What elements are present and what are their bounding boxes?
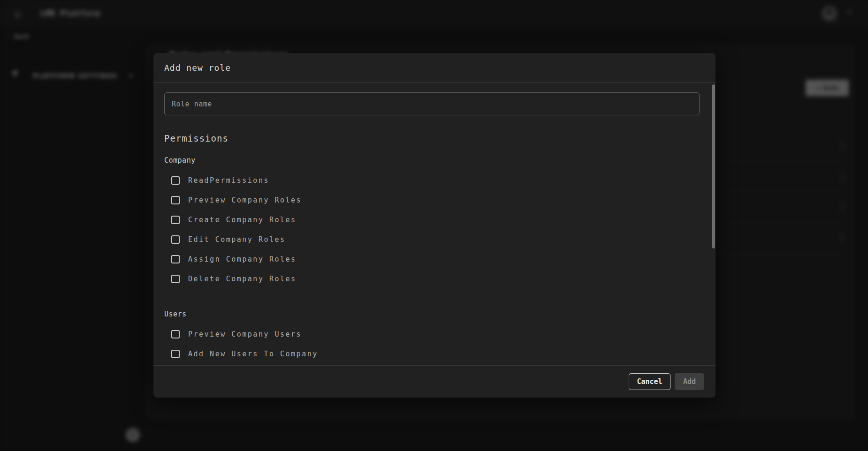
permission-row: Preview Company Users bbox=[171, 324, 700, 344]
permission-label: Preview Company Roles bbox=[188, 196, 302, 204]
permission-label: Delete Company Roles bbox=[188, 275, 297, 283]
permission-row: Edit Company Roles bbox=[171, 230, 700, 249]
permission-row: Create Company Roles bbox=[171, 210, 700, 230]
permission-group-name: Company bbox=[164, 156, 700, 165]
permission-group: Users Preview Company Users Add New User… bbox=[164, 310, 700, 364]
permission-label: Assign Company Roles bbox=[188, 255, 297, 263]
permission-label: Add New Users To Company bbox=[188, 350, 318, 358]
dialog-header: Add new role bbox=[153, 53, 716, 83]
modal-scrollbar-thumb[interactable] bbox=[712, 84, 715, 248]
permissions-heading: Permissions bbox=[164, 133, 700, 143]
permission-label: Preview Company Users bbox=[188, 330, 302, 338]
app-root: ⌂ LMR Platform ▾ ‹ Back PLATFORM SETTING… bbox=[0, 0, 868, 451]
permission-label: Create Company Roles bbox=[188, 216, 297, 224]
permission-checkbox[interactable] bbox=[171, 350, 180, 358]
permission-checkbox[interactable] bbox=[171, 216, 180, 224]
permission-checkbox[interactable] bbox=[171, 275, 180, 283]
permission-row: Preview Company Roles bbox=[171, 190, 700, 210]
cancel-button[interactable]: Cancel bbox=[629, 373, 670, 390]
permission-row: Delete Company Roles bbox=[171, 269, 700, 289]
permission-rows: Preview Company Users Add New Users To C… bbox=[164, 324, 700, 364]
permission-checkbox[interactable] bbox=[171, 235, 180, 244]
dialog-body: Permissions Company ReadPermissions Prev… bbox=[153, 83, 716, 365]
permission-checkbox[interactable] bbox=[171, 196, 180, 204]
role-name-input[interactable] bbox=[164, 92, 700, 115]
permission-group-name: Users bbox=[164, 310, 700, 318]
permission-groups: Company ReadPermissions Preview Company … bbox=[164, 156, 700, 364]
permission-row: ReadPermissions bbox=[171, 171, 700, 190]
permission-row: Assign Company Roles bbox=[171, 249, 700, 269]
permission-group: Company ReadPermissions Preview Company … bbox=[164, 156, 700, 289]
dialog-title: Add new role bbox=[164, 63, 231, 73]
permission-row: Add New Users To Company bbox=[171, 344, 700, 364]
permission-checkbox[interactable] bbox=[171, 176, 180, 185]
add-new-role-dialog: Add new role Permissions Company ReadPer… bbox=[153, 53, 716, 398]
permission-checkbox[interactable] bbox=[171, 255, 180, 263]
permission-checkbox[interactable] bbox=[171, 330, 180, 338]
dialog-footer: Cancel Add bbox=[153, 365, 716, 398]
permission-label: ReadPermissions bbox=[188, 176, 269, 185]
add-button[interactable]: Add bbox=[675, 373, 704, 390]
permission-label: Edit Company Roles bbox=[188, 235, 286, 244]
permission-rows: ReadPermissions Preview Company Roles Cr… bbox=[164, 171, 700, 289]
